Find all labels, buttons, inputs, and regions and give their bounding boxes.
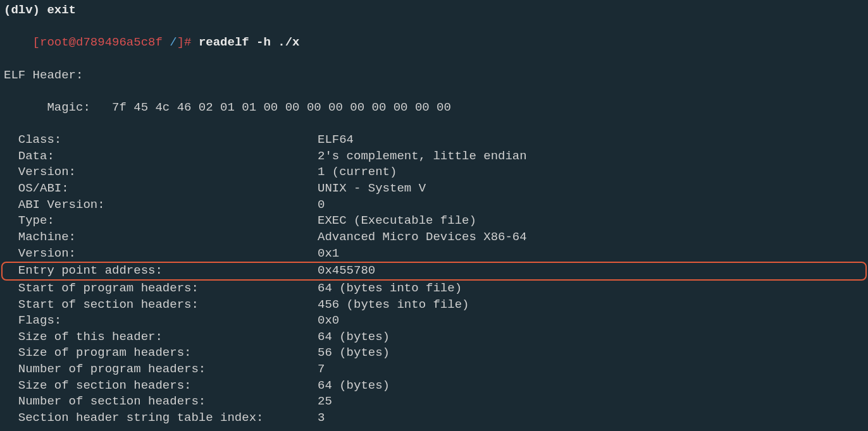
elf-field-label: Start of section headers: <box>4 297 318 313</box>
elf-field-label: Flags: <box>4 313 318 329</box>
elf-field-row: ABI Version:0 <box>4 197 864 214</box>
elf-field-row: Version:1 (current) <box>4 164 864 181</box>
elf-field-value: EXEC (Executable file) <box>318 213 476 229</box>
prompt-user: [root@d789496a5c8f <box>33 35 170 49</box>
elf-field-label: Machine: <box>4 229 318 246</box>
elf-field-value: 64 (bytes) <box>318 329 390 346</box>
elf-field-row: Type:EXEC (Executable file) <box>4 213 864 229</box>
elf-field-label: Class: <box>4 132 318 149</box>
elf-field-value: 64 (bytes into file) <box>318 281 462 297</box>
highlight-entry-point: Entry point address:0x455780 <box>1 262 867 281</box>
elf-field-value: ELF64 <box>318 132 354 149</box>
elf-entry-label: Entry point address: <box>4 263 318 279</box>
elf-magic-row: Magic: 7f 45 4c 46 02 01 01 00 00 00 00 … <box>4 83 864 132</box>
elf-field-label: Size of this header: <box>4 329 318 346</box>
elf-field-value: 0 <box>318 197 325 214</box>
elf-field-label: Version: <box>4 164 318 181</box>
elf-field-row: Version:0x1 <box>4 246 864 262</box>
elf-field-row: OS/ABI:UNIX - System V <box>4 181 864 197</box>
elf-field-label: Section header string table index: <box>4 410 318 427</box>
elf-field-value: 7 <box>318 361 325 378</box>
shell-prompt-2: [root@d789496a5c8f /]# dlv exec ./x <box>4 427 864 431</box>
elf-field-row: Data:2's complement, little endian <box>4 149 864 165</box>
elf-field-value: 0x0 <box>318 313 339 329</box>
elf-field-row: Number of section headers:25 <box>4 394 864 410</box>
elf-field-row: Machine:Advanced Micro Devices X86-64 <box>4 229 864 246</box>
elf-field-row: Section header string table index:3 <box>4 410 864 427</box>
elf-field-label: Number of program headers: <box>4 361 318 378</box>
elf-magic-value: 7f 45 4c 46 02 01 01 00 00 00 00 00 00 0… <box>112 100 458 114</box>
elf-field-row: Start of section headers:456 (bytes into… <box>4 297 864 313</box>
elf-magic-label: Magic: <box>33 100 112 114</box>
elf-field-row: Class:ELF64 <box>4 132 864 149</box>
elf-header-title: ELF Header: <box>4 68 864 84</box>
elf-field-value: 2's complement, little endian <box>318 149 527 165</box>
elf-field-value: 25 <box>318 394 332 410</box>
elf-field-row: Size of program headers:56 (bytes) <box>4 345 864 361</box>
elf-field-label: Size of program headers: <box>4 345 318 361</box>
elf-field-row: Number of program headers:7 <box>4 361 864 378</box>
elf-field-value: 456 (bytes into file) <box>318 297 469 313</box>
elf-field-row: Size of this header:64 (bytes) <box>4 329 864 346</box>
elf-field-label: Size of section headers: <box>4 378 318 394</box>
elf-entry-row: Entry point address:0x455780 <box>4 263 864 279</box>
elf-field-value: UNIX - System V <box>318 181 426 197</box>
elf-field-label: Number of section headers: <box>4 394 318 410</box>
elf-field-row: Size of section headers:64 (bytes) <box>4 378 864 394</box>
elf-field-value: 1 (current) <box>318 164 397 181</box>
elf-field-row: Start of program headers:64 (bytes into … <box>4 281 864 297</box>
elf-field-row: Flags:0x0 <box>4 313 864 329</box>
elf-field-label: Start of program headers: <box>4 281 318 297</box>
shell-prompt-1: [root@d789496a5c8f /]# readelf -h ./x <box>4 19 864 68</box>
terminal-output[interactable]: (dlv) exit [root@d789496a5c8f /]# readel… <box>4 3 864 431</box>
command-text: readelf -h ./x <box>199 35 300 49</box>
elf-field-label: Type: <box>4 213 318 229</box>
elf-field-value: 56 (bytes) <box>318 345 390 361</box>
prompt-path: / <box>170 35 177 49</box>
elf-field-label: OS/ABI: <box>4 181 318 197</box>
prev-exit-line: (dlv) exit <box>4 3 864 19</box>
elf-field-label: Data: <box>4 149 318 165</box>
elf-entry-value: 0x455780 <box>318 263 375 279</box>
elf-field-label: Version: <box>4 246 318 262</box>
elf-field-value: 0x1 <box>318 246 339 262</box>
prompt-suffix: ]# <box>177 35 199 49</box>
elf-field-value: 64 (bytes) <box>318 378 390 394</box>
elf-field-value: 3 <box>318 410 325 427</box>
elf-field-value: Advanced Micro Devices X86-64 <box>318 229 527 246</box>
elf-field-label: ABI Version: <box>4 197 318 214</box>
